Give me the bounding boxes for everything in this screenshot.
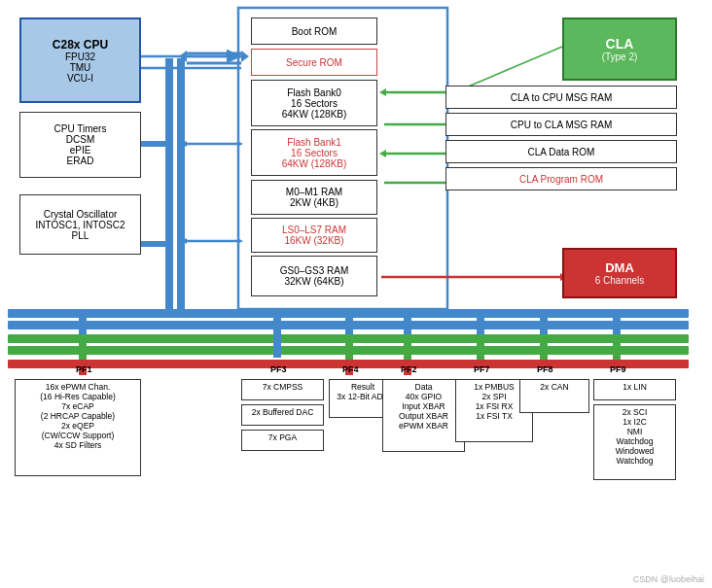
svg-rect-15 (540, 309, 548, 358)
pf3-dac-box: 2x Buffered DAC (241, 404, 324, 426)
svg-marker-50 (181, 141, 187, 147)
cla-cpu-msg-label: CLA to CPU MSG RAM (511, 92, 612, 103)
pf3-pga-box: 7x PGA (241, 430, 324, 451)
m0m1-ram-block: M0–M1 RAM 2KW (4KB) (251, 180, 377, 215)
svg-rect-19 (404, 334, 411, 360)
cla-data-rom-block: CLA Data ROM (445, 140, 677, 163)
osc-line2: INTOSC1, INTOSC2 (36, 220, 125, 230)
pf9-sci-box: 2x SCI 1x I2C NMI Watchdog Windowed Watc… (593, 404, 676, 480)
ls-ram-sub: 16KW (32KB) (284, 235, 343, 246)
watermark: CSDN @luobeihai (633, 574, 704, 584)
pf2-line1: Data (385, 382, 462, 392)
dma-block: DMA 6 Channels (562, 248, 677, 298)
ls-ram-block: LS0–LS7 RAM 16KW (32KB) (251, 218, 377, 253)
pf1-line3: 7x eCAP (18, 401, 138, 411)
cpu-timers-line4: ERAD (67, 156, 94, 166)
flash-bank0-block: Flash Bank0 16 Sectors 64KW (128KB) (251, 80, 377, 126)
pf1-periph-box: 16x ePWM Chan. (16 Hi-Res Capable) 7x eC… (15, 379, 141, 476)
cpu-sub1: FPU32 (65, 52, 95, 62)
oscillator-block: Crystal Oscillator INTOSC1, INTOSC2 PLL (19, 194, 141, 255)
svg-marker-38 (379, 150, 386, 157)
pf8-periph-box: 2x CAN (519, 379, 589, 413)
cla-block: CLA (Type 2) (562, 17, 677, 81)
cpu-timers-line1: CPU Timers (54, 123, 107, 134)
flash1-title: Flash Bank1 (287, 137, 341, 148)
flash-bank1-block: Flash Bank1 16 Sectors 64KW (128KB) (251, 129, 377, 176)
pf9-label: PF9 (610, 364, 626, 374)
svg-marker-49 (237, 141, 243, 147)
cpu-timers-block: CPU Timers DCSM ePIE ERAD (19, 112, 141, 178)
cpu-cla-msg-label: CPU to CLA MSG RAM (511, 120, 612, 130)
cpu-block: C28x CPU FPU32 TMU VCU-I (19, 17, 141, 103)
pf1-line7: 4x SD Filters (18, 440, 138, 450)
pf8-line1: 2x CAN (522, 382, 587, 392)
dma-sub: 6 Channels (595, 275, 645, 286)
pf1-label: PF1 (76, 364, 92, 374)
svg-rect-22 (613, 334, 621, 360)
pf9-sci-line2: 1x I2C (596, 417, 673, 427)
gs-ram-sub: 32KW (64KB) (284, 276, 343, 287)
flash0-title: Flash Bank0 (287, 87, 341, 98)
svg-rect-12 (345, 309, 353, 358)
pf9-lin-box: 1x LIN (593, 379, 676, 400)
pf3-pga-label: 7x PGA (244, 432, 321, 442)
cpu-sub2: TMU (70, 62, 91, 73)
svg-rect-16 (613, 309, 621, 358)
ls-ram-title: LS0–LS7 RAM (282, 225, 346, 235)
svg-rect-6 (165, 58, 173, 311)
pf7-label: PF7 (474, 364, 490, 374)
dma-title: DMA (605, 260, 634, 275)
svg-marker-52 (237, 238, 243, 244)
cpu-timers-line3: ePIE (70, 145, 91, 156)
cpu-cla-msg-block: CPU to CLA MSG RAM (445, 113, 677, 136)
flash1-sub1: 16 Sectors (291, 148, 338, 158)
pf2-periph-box: Data 40x GPIO Input XBAR Output XBAR ePW… (382, 379, 465, 452)
pf2-line5: ePWM XBAR (385, 421, 462, 431)
pf2-line2: 40x GPIO (385, 392, 462, 401)
pf4-label: PF4 (342, 364, 359, 374)
boot-rom-block: Boot ROM (251, 17, 377, 45)
cla-cpu-msg-block: CLA to CPU MSG RAM (445, 86, 677, 109)
boot-rom-label: Boot ROM (292, 26, 338, 37)
flash1-sub2: 64KW (128KB) (282, 158, 347, 169)
gs-ram-title: GS0–GS3 RAM (280, 265, 349, 276)
osc-line3: PLL (72, 230, 89, 241)
svg-rect-14 (477, 309, 484, 358)
svg-rect-18 (345, 334, 353, 360)
svg-rect-1 (8, 309, 689, 318)
cla-title: CLA (606, 36, 634, 52)
svg-marker-53 (181, 238, 187, 244)
svg-marker-46 (237, 53, 243, 59)
pf1-line2: (16 Hi-Res Capable) (18, 392, 138, 401)
pf1-line1: 16x ePWM Chan. (18, 382, 138, 392)
pf9-sci-line3: NMI (596, 427, 673, 436)
flash0-sub2: 64KW (128KB) (282, 109, 347, 120)
pf2-line3: Input XBAR (385, 401, 462, 411)
svg-rect-11 (273, 309, 281, 358)
pf2-line4: Output XBAR (385, 411, 462, 421)
secure-rom-block: Secure ROM (251, 49, 377, 76)
pf3-label: PF3 (270, 364, 287, 374)
pf8-label: PF8 (537, 364, 553, 374)
pf3-cmpss-label: 7x CMPSS (244, 382, 321, 392)
cpu-timers-line2: DCSM (66, 134, 94, 145)
cpu-title: C28x CPU (53, 38, 108, 52)
svg-rect-13 (404, 309, 411, 358)
pf3-cmpss-box: 7x CMPSS (241, 379, 324, 400)
pf2-label: PF2 (401, 364, 417, 374)
pf9-sci-line6: Watchdog (596, 456, 673, 466)
svg-rect-10 (79, 309, 87, 358)
pf1-line4: (2 HRCAP Capable) (18, 411, 138, 421)
svg-marker-31 (241, 51, 249, 62)
pf9-sci-line4: Watchdog (596, 436, 673, 446)
svg-rect-17 (79, 334, 87, 360)
pf1-line6: (CW/CCW Support) (18, 431, 138, 440)
svg-rect-3 (8, 334, 689, 343)
svg-rect-21 (540, 334, 548, 360)
osc-line1: Crystal Oscillator (44, 209, 118, 220)
cla-prog-rom-label: CLA Program ROM (519, 174, 603, 185)
cla-sub: (Type 2) (602, 52, 638, 62)
pf9-sci-line1: 2x SCI (596, 407, 673, 417)
gs-ram-block: GS0–GS3 RAM 32KW (64KB) (251, 256, 377, 296)
svg-rect-7 (177, 58, 185, 311)
